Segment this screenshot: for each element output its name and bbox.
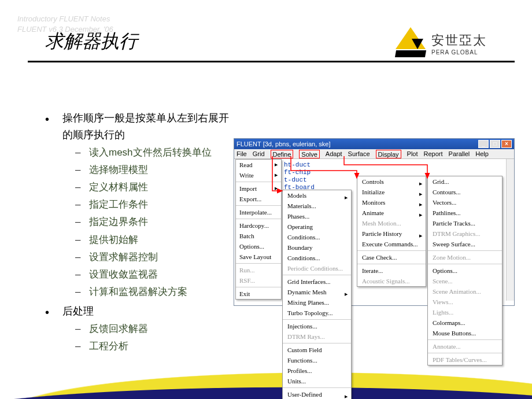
sub-3: 定义材料属性 [62,179,230,195]
define-menu-item[interactable]: Dynamic Mesh [283,287,351,297]
bullet-1: 操作顺序一般是按菜单从左到右展开的顺序执行的 读入mesh文件然后转换单位 选择… [45,110,230,300]
define-menu-dropdown[interactable]: ModelsMaterials...Phases...Operating Con… [282,190,352,399]
display-menu-item[interactable]: Zone Motion... [428,252,502,263]
sub-2: 选择物理模型 [62,162,230,178]
logo-text-en: PERA GLOBAL [431,49,487,56]
define-menu-item[interactable]: Units... [283,376,351,386]
display-menu-item[interactable]: Scene Animation... [428,286,502,297]
file-menu-item[interactable]: Run... [236,265,281,275]
menu-plot[interactable]: Plot [407,149,418,158]
fluent-window: FLUENT [3d, pbns, eulerian, ske] _ □ × F… [234,138,515,306]
define-menu-item[interactable]: Grid Interfaces... [283,276,351,287]
bullet-1-text: 操作顺序一般是按菜单从左到右展开的顺序执行的 [62,112,229,141]
define-menu-item[interactable]: Custom Field Functions... [283,345,351,365]
file-menu-dropdown[interactable]: Read▶Write▶Import▶Export...Interpolate..… [235,159,282,300]
display-menu-item[interactable]: Colormaps... [428,317,502,328]
define-menu-item[interactable]: DTRM Rays... [283,331,351,342]
sub-4: 指定工作条件 [62,197,230,212]
display-menu-item[interactable]: Pathlines... [428,208,502,218]
slide-title: 求解器执行 [45,29,138,54]
minimize-button[interactable]: _ [478,140,489,148]
define-menu-item[interactable]: Turbo Topology... [283,308,351,318]
file-menu-item[interactable]: Interpolate... [236,207,281,217]
sub-9: 计算和监视器解决方案 [62,284,230,300]
menu-surface[interactable]: Surface [348,149,370,158]
display-menu-item[interactable]: Options... [428,265,502,276]
solve-menu-item[interactable]: Animate [357,208,426,218]
file-menu-item[interactable]: Save Layout [236,252,281,262]
define-menu-item[interactable]: Models [283,190,351,201]
sub-6: 提供初始解 [62,232,230,247]
file-menu-item[interactable]: Import▶ [236,183,281,194]
define-menu-item[interactable]: Boundary Conditions... [283,242,351,263]
titlebar[interactable]: FLUENT [3d, pbns, eulerian, ske] _ □ × [234,139,514,149]
display-menu-item[interactable]: Views... [428,297,502,307]
sub-1: 读入mesh文件然后转换单位 [62,145,230,160]
display-menu-item[interactable]: Particle Tracks... [428,218,502,228]
maximize-button[interactable]: □ [490,140,500,148]
logo: 安世亞太 PERA GLOBAL [393,23,515,64]
sub-5: 指定边界条件 [62,214,230,230]
display-menu-item[interactable]: Vectors... [428,197,502,208]
menu-adapt[interactable]: Adapt [326,149,342,158]
display-menu-item[interactable]: Annotate... [428,341,502,352]
menu-report[interactable]: Report [424,149,443,158]
define-menu-item[interactable]: Phases... [283,211,351,221]
define-menu-item[interactable]: User-Defined [283,389,351,399]
menu-display[interactable]: Display [376,150,401,158]
solve-menu-item[interactable]: Case Check... [357,252,426,263]
file-menu-item[interactable]: Export... [236,194,281,204]
bullet-list: 操作顺序一般是按菜单从左到右展开的顺序执行的 读入mesh文件然后转换单位 选择… [45,110,230,357]
solve-menu-item[interactable]: Particle History [357,228,426,239]
menu-file[interactable]: File [237,149,247,158]
solve-menu-item[interactable]: Iterate... [357,265,426,276]
display-menu-item[interactable]: Scene... [428,276,502,286]
menu-solve[interactable]: Solve [299,150,320,158]
menu-define[interactable]: Define [271,150,294,158]
display-menu-item[interactable]: Grid... [428,176,502,187]
menu-parallel[interactable]: Parallel [449,149,470,158]
display-menu-dropdown[interactable]: Grid...Contours...Vectors...Pathlines...… [427,176,503,365]
solve-menu-item[interactable]: Controls [357,176,426,187]
solve-menu-item[interactable]: Execute Commands... [357,239,426,249]
close-button[interactable]: × [501,140,512,148]
bullet-2-text: 后处理 [62,305,94,317]
logo-mark-icon [393,26,428,61]
solve-menu-item[interactable]: Mesh Motion... [357,218,426,228]
define-menu-item[interactable]: Periodic Conditions... [283,263,351,274]
display-menu-item[interactable]: Mouse Buttons... [428,328,502,338]
define-menu-item[interactable]: Materials... [283,201,351,211]
file-menu-item[interactable]: Read▶ [236,160,281,170]
sub-8: 设置收敛监视器 [62,267,230,282]
define-menu-item[interactable]: Mixing Planes... [283,297,351,308]
solve-menu-item[interactable]: Monitors [357,197,426,208]
solve-menu-item[interactable]: Acoustic Signals... [357,276,426,286]
define-menu-item[interactable]: Profiles... [283,365,351,376]
menu-grid[interactable]: Grid [253,149,265,158]
sub-7: 设置求解器控制 [62,249,230,265]
solve-menu-dropdown[interactable]: ControlsInitializeMonitorsAnimateMesh Mo… [357,176,426,287]
menu-help[interactable]: Help [475,149,489,158]
menubar[interactable]: File Grid Define Solve Adapt Surface Dis… [234,149,514,159]
display-menu-item[interactable]: PDF Tables/Curves... [428,354,502,365]
display-menu-item[interactable]: Contours... [428,187,502,197]
scrollbar[interactable] [506,159,514,301]
header-notes-1: Introductory FLUENT Notes [17,14,110,23]
file-menu-item[interactable]: Batch Options... [236,231,281,252]
display-menu-item[interactable]: DTRM Graphics... [428,228,502,239]
file-menu-item[interactable]: RSF... [236,275,281,286]
sub-10: 反馈回求解器 [62,321,230,337]
footer-swoosh-blue [0,364,532,399]
define-menu-item[interactable]: Operating Conditions... [283,221,351,242]
file-menu-item[interactable]: Hardcopy... [236,220,281,231]
titlebar-text: FLUENT [3d, pbns, eulerian, ske] [237,139,477,149]
file-menu-item[interactable]: Exit [236,289,281,299]
solve-menu-item[interactable]: Initialize [357,187,426,197]
file-menu-item[interactable]: Write▶ [236,170,281,180]
logo-text-cn: 安世亞太 [431,32,487,49]
display-menu-item[interactable]: Sweep Surface... [428,239,502,249]
define-menu-item[interactable]: Injections... [283,321,351,331]
display-menu-item[interactable]: Lights... [428,307,502,317]
